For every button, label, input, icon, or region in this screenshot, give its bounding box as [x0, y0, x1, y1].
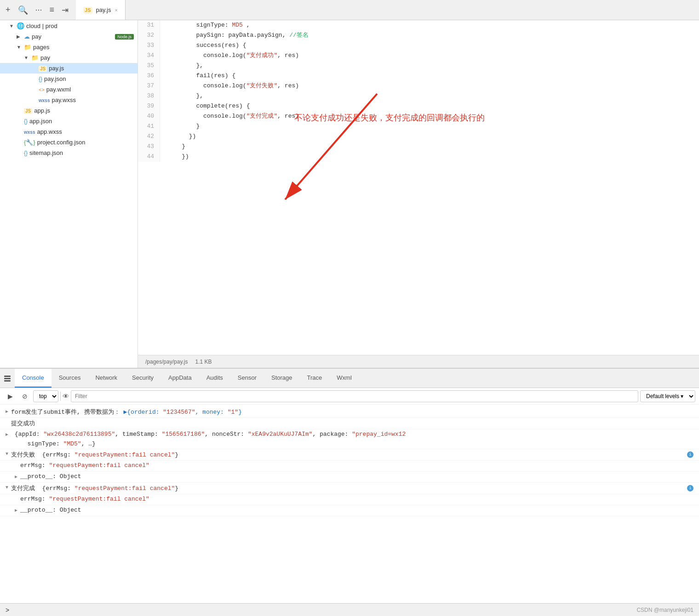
svg-rect-3: [4, 378, 11, 379]
sidebar-item-pages-pay[interactable]: ▼ 📁 pay: [0, 52, 138, 63]
context-select[interactable]: top: [33, 390, 58, 402]
code-line-38: 38 },: [138, 91, 699, 101]
line-num-40: 40: [138, 111, 160, 121]
console-text-appid: {appId: "wx26438c2d76113895", timeStamp:…: [11, 431, 693, 438]
tab-network[interactable]: Network: [88, 369, 125, 388]
console-text-pay-complete-errmsg: errMsg: "requestPayment:fail cancel": [20, 496, 693, 502]
filter-input[interactable]: [71, 390, 638, 402]
file-path: /pages/pay/pay.js: [145, 359, 188, 365]
console-text-pay-complete: 支付完成 {errMsg: "requestPayment:fail cance…: [11, 484, 684, 492]
sitemap-json-label: sitemap.json: [29, 149, 63, 156]
menu-icon[interactable]: ≡: [50, 5, 55, 15]
add-icon[interactable]: +: [6, 5, 11, 15]
console-output[interactable]: ▶ form发生了submit事件, 携带数据为： ▶{orderid: "12…: [0, 405, 699, 603]
code-line-43: 43 }: [138, 142, 699, 152]
tab-trace[interactable]: Trace: [300, 369, 330, 388]
console-toolbar: ▶ ⊘ top 👁 Default levels ▾: [0, 388, 699, 405]
sidebar-item-app-json[interactable]: {} app.json: [0, 116, 138, 126]
level-select[interactable]: Default levels ▾: [640, 390, 695, 402]
arrow-pay-complete-proto[interactable]: ▶: [15, 508, 17, 513]
pay-js-tab[interactable]: JS pay.js ×: [76, 0, 126, 20]
sidebar-item-pay-node[interactable]: ▶ ☁ pay Node.js: [0, 31, 138, 42]
expand-arrow-pay-complete[interactable]: ▼: [6, 485, 8, 490]
pages-pay-label: pay: [40, 54, 50, 61]
sidebar: ▼ 🌐 cloud | prod ▶ ☁ pay Node.js ▼ 📁 pag…: [0, 20, 138, 368]
cloud-sub-icon: ☁: [24, 33, 30, 40]
code-line-35: 35 },: [138, 61, 699, 71]
console-text-submit-success: 提交成功: [11, 419, 693, 428]
app-wxss-label: app.wxss: [37, 128, 62, 135]
tab-audits[interactable]: Audits: [199, 369, 230, 388]
line-code-35: },: [160, 61, 203, 71]
tab-sensor[interactable]: Sensor: [230, 369, 264, 388]
execute-button[interactable]: ▶: [4, 390, 17, 403]
app-js-icon: JS: [24, 107, 32, 114]
tab-appdata[interactable]: AppData: [161, 369, 199, 388]
tab-security[interactable]: Security: [125, 369, 161, 388]
code-line-36: 36 fail(res) {: [138, 71, 699, 81]
svg-rect-4: [4, 380, 11, 382]
sitemap-json-icon: {}: [24, 149, 28, 156]
line-num-33: 33: [138, 40, 160, 51]
line-code-33: success(res) {: [160, 40, 246, 51]
expand-arrow-form[interactable]: ▶: [6, 409, 8, 414]
line-code-39: complete(res) {: [160, 101, 250, 111]
sidebar-item-sitemap-json[interactable]: {} sitemap.json: [0, 148, 138, 158]
block-button[interactable]: ⊘: [18, 390, 31, 403]
wxss-icon: wxss: [39, 97, 50, 103]
console-prompt[interactable]: >: [6, 606, 9, 614]
js-icon: JS: [39, 65, 47, 72]
sidebar-item-project-config[interactable]: {🔧} project.config.json: [0, 137, 138, 148]
sidebar-item-pay-json[interactable]: {} pay.json: [0, 74, 138, 84]
js-file-icon: JS: [83, 7, 92, 13]
tab-close-icon[interactable]: ×: [115, 7, 118, 13]
console-line-appid-obj: ▶ {appId: "wx26438c2d76113895", timeStam…: [0, 429, 699, 449]
tab-bar: JS pay.js ×: [76, 0, 693, 20]
sidebar-item-pay-js[interactable]: JS pay.js: [0, 63, 138, 74]
line-num-41: 41: [138, 121, 160, 131]
tab-console[interactable]: Console: [15, 369, 52, 388]
more-icon[interactable]: ···: [35, 5, 42, 15]
console-line-appid-sub: signType: "MD5", …}: [6, 440, 693, 447]
svg-rect-2: [4, 376, 11, 377]
nodejs-badge: Node.js: [115, 34, 134, 40]
pay-json-label: pay.json: [44, 75, 66, 82]
console-line-form-submit: ▶ form发生了submit事件, 携带数据为： ▶{orderid: "12…: [0, 406, 699, 418]
line-code-41: }: [160, 121, 200, 131]
eye-icon[interactable]: 👁: [63, 393, 69, 400]
devtools-toggle-icon[interactable]: [0, 369, 15, 388]
code-view[interactable]: 31 signType: MD5 , 32 paySign: payData.p…: [138, 20, 699, 355]
arrow-pay-fail-proto[interactable]: ▶: [15, 474, 17, 479]
line-num-36: 36: [138, 71, 160, 81]
search-icon[interactable]: 🔍: [18, 5, 28, 15]
expand-arrow-appid[interactable]: ▶: [6, 432, 8, 437]
console-text-appid-sub: signType: "MD5", …}: [20, 440, 96, 447]
line-code-43: }: [160, 142, 185, 152]
expand-arrow-pay-fail[interactable]: ▼: [6, 451, 8, 456]
status-bar: /pages/pay/pay.js 1.1 KB: [138, 355, 699, 368]
code-line-37: 37 console.log("支付失败", res): [138, 81, 699, 91]
project-config-icon: {🔧}: [24, 139, 35, 146]
line-num-34: 34: [138, 51, 160, 61]
line-num-35: 35: [138, 61, 160, 71]
sidebar-item-app-wxss[interactable]: wxss app.wxss: [0, 126, 138, 137]
line-num-42: 42: [138, 131, 160, 142]
pay-js-label: pay.js: [49, 65, 64, 72]
code-line-44: 44 }): [138, 152, 699, 162]
toolbar-divider: [60, 392, 61, 401]
sidebar-item-pages[interactable]: ▼ 📁 pages: [0, 42, 138, 52]
info-badge-pay-complete: i: [687, 485, 693, 491]
sidebar-item-app-js[interactable]: JS app.js: [0, 105, 138, 116]
tab-wxml[interactable]: Wxml: [329, 369, 359, 388]
folder-pages-pay-icon: 📁: [31, 54, 39, 61]
sidebar-item-cloud-prod[interactable]: ▼ 🌐 cloud | prod: [0, 20, 138, 31]
pages-label: pages: [33, 44, 49, 51]
sidebar-item-pay-wxss[interactable]: wxss pay.wxss: [0, 95, 138, 105]
project-config-label: project.config.json: [37, 139, 86, 146]
tab-sources[interactable]: Sources: [52, 369, 88, 388]
sidebar-item-pay-wxml[interactable]: <> pay.wxml: [0, 84, 138, 95]
tab-storage[interactable]: Storage: [264, 369, 300, 388]
devtools-panel: Console Sources Network Security AppData…: [0, 368, 699, 616]
console-line-pay-fail-proto: ▶ __proto__: Object: [0, 472, 699, 483]
collapse-icon[interactable]: ⇥: [62, 5, 69, 15]
